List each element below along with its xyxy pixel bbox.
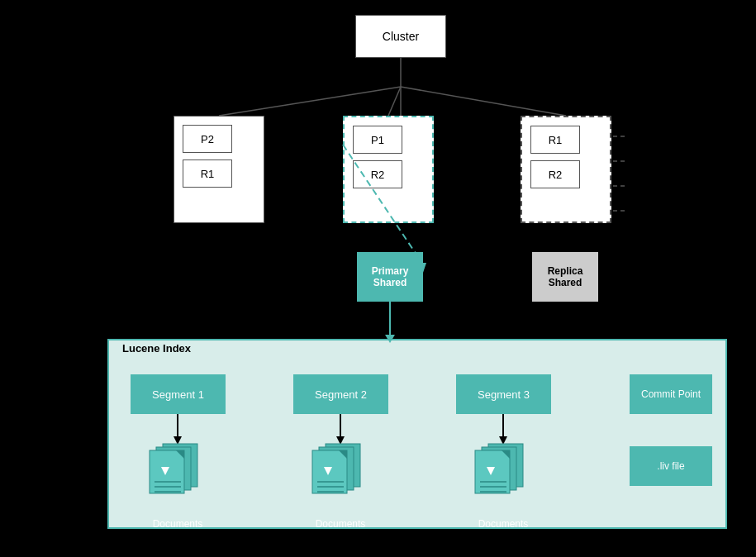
node3-box: R1 R2: [521, 116, 611, 223]
segment3-box: Segment 3: [456, 374, 551, 414]
svg-line-1: [219, 87, 401, 116]
node2-box: P1 R2: [343, 116, 434, 223]
node3-shard-r1: R1: [530, 126, 580, 154]
liv-file-box: .liv file: [630, 446, 712, 486]
segment1-box: Segment 1: [131, 374, 226, 414]
segment2-box: Segment 2: [293, 374, 388, 414]
node3-shard-r2: R2: [530, 160, 580, 188]
replica-shared-box: ReplicaShared: [532, 252, 598, 302]
lucene-index-title: Lucene Index: [122, 342, 191, 355]
liv-file-label: .liv file: [657, 460, 684, 472]
segment3-label: Segment 3: [478, 388, 530, 401]
replica-shared-label: ReplicaShared: [548, 265, 583, 288]
node2-shard-p1: P1: [353, 126, 402, 154]
commit-point-box: Commit Point: [630, 374, 712, 414]
node1-shard-p2: P2: [183, 125, 232, 153]
segment2-label: Segment 2: [315, 388, 367, 401]
node1-shard-r1: R1: [183, 159, 232, 188]
lucene-index-box: [107, 339, 727, 529]
cluster-label: Cluster: [383, 30, 419, 43]
svg-line-2: [388, 87, 401, 116]
segment1-label: Segment 1: [152, 388, 204, 401]
cluster-box: Cluster: [355, 15, 446, 58]
node2-shard-r2: R2: [353, 160, 402, 188]
commit-point-label: Commit Point: [641, 388, 701, 400]
node1-box: P2 R1: [174, 116, 264, 223]
primary-shared-box: PrimaryShared: [357, 252, 423, 302]
svg-line-3: [401, 87, 566, 116]
primary-shared-label: PrimaryShared: [372, 265, 409, 288]
